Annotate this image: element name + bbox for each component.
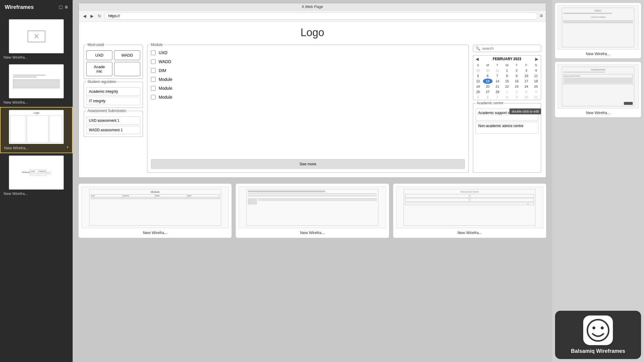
cal-cell[interactable]: 10 <box>522 94 531 100</box>
cal-cell[interactable]: 10 <box>522 73 531 79</box>
cal-cell[interactable]: 26 <box>473 89 483 94</box>
cal-cell[interactable]: 19 <box>473 84 483 89</box>
uxd-btn[interactable]: UXD <box>86 50 112 60</box>
cal-cell[interactable]: 3 <box>522 68 531 73</box>
checkbox-dim-input[interactable] <box>151 68 156 73</box>
cal-cell[interactable]: 11 <box>531 94 541 100</box>
url-input[interactable] <box>104 12 538 20</box>
cal-cell[interactable]: 31 <box>492 68 502 73</box>
empty-btn[interactable] <box>114 62 140 76</box>
module-panel-label: Module <box>150 43 164 47</box>
cal-cell[interactable]: 1 <box>502 89 512 94</box>
cal-cell[interactable]: 8 <box>502 94 512 100</box>
left-panel: Most-used UXD WADD Academic Student regu… <box>84 45 143 173</box>
wadd-btn[interactable]: WADD <box>114 50 140 60</box>
sidebar-icon-menu[interactable]: ≡ <box>65 4 68 10</box>
page-logo: Logo <box>84 26 541 39</box>
cal-cell[interactable]: 6 <box>483 73 493 79</box>
cal-cell[interactable]: 21 <box>492 84 502 89</box>
cal-week-6: 5 6 7 8 9 10 11 <box>473 94 541 100</box>
cal-cell[interactable]: 4 <box>531 68 541 73</box>
nav-back-button[interactable]: ◀ <box>82 13 87 19</box>
cal-cell[interactable]: 15 <box>502 79 512 84</box>
cal-cell[interactable]: 29 <box>473 68 483 73</box>
checkbox-module2[interactable]: Module <box>151 86 465 91</box>
cal-cell[interactable]: 11 <box>531 73 541 79</box>
bottom-wireframe-1[interactable]: Module UXD WADD MPE INS New Wirefr <box>79 184 232 238</box>
sidebar-icon-square[interactable]: □ <box>59 4 63 10</box>
nav-refresh-button[interactable]: ↻ <box>97 13 103 19</box>
cal-cell[interactable]: 5 <box>473 73 483 79</box>
cal-day-f: F <box>522 63 531 68</box>
right-wireframe-1[interactable]: slide1 Lecture Slides New Wirefra... <box>555 3 641 58</box>
search-input[interactable] <box>482 46 538 51</box>
cal-day-m: M <box>483 63 493 68</box>
cal-cell[interactable]: 27 <box>483 89 493 94</box>
cal-cell[interactable]: 6 <box>483 94 493 100</box>
cal-cell[interactable]: 16 <box>512 79 522 84</box>
cal-next-button[interactable]: ▶ <box>535 57 538 61</box>
cal-cell[interactable]: 18 <box>531 79 541 84</box>
cal-cell[interactable]: 3 <box>522 89 531 94</box>
cal-cell[interactable]: 5 <box>473 94 483 100</box>
checkbox-uxd[interactable]: UXD <box>151 50 465 55</box>
nav-menu-button[interactable]: ≡ <box>540 13 543 19</box>
bottom-label-1: New Wirefra... <box>143 230 167 235</box>
chevron-down-icon: ▾ <box>67 145 68 149</box>
student-regulation-label: Student regulation <box>86 80 117 84</box>
sidebar-item-4[interactable]: Module UXD WADD New Wirefra... <box>0 153 73 198</box>
sidebar-header: Wireframes □ ≡ <box>0 0 73 15</box>
see-more-button[interactable]: See more <box>151 159 465 169</box>
bottom-wireframe-3[interactable]: Discussion forum New Wirefra... <box>393 184 546 238</box>
cal-cell[interactable]: 17 <box>522 79 531 84</box>
checkbox-module1-input[interactable] <box>151 77 156 82</box>
cal-cell[interactable]: 9 <box>512 73 522 79</box>
cal-cell[interactable]: 2 <box>512 68 522 73</box>
cal-cell[interactable]: 22 <box>502 84 512 89</box>
cal-today[interactable]: 13 <box>483 79 493 84</box>
assessment-submission-panel: Assessment Submission UXD assessment 1 W… <box>84 111 143 137</box>
checkbox-wadd-input[interactable] <box>151 59 156 64</box>
browser-title: A Web Page <box>302 4 323 9</box>
sidebar-item-2[interactable]: New Wirefra... <box>0 62 73 107</box>
bottom-wireframe-2[interactable]: New Wirefra... <box>236 184 389 238</box>
sidebar-item-1[interactable]: ✕ New Wirefra... <box>0 17 73 62</box>
assessment-submission-label: Assessment Submission <box>86 109 127 113</box>
cal-cell[interactable]: 9 <box>512 94 522 100</box>
cal-prev-button[interactable]: ◀ <box>476 57 479 61</box>
cal-day-t1: T <box>492 63 502 68</box>
cal-cell[interactable]: 12 <box>473 79 483 84</box>
cal-cell[interactable]: 8 <box>502 73 512 79</box>
sidebar: Wireframes □ ≡ ✕ New Wirefra... <box>0 0 73 362</box>
cal-week-2: 5 6 7 8 9 10 11 <box>473 73 541 79</box>
sidebar-item-3[interactable]: Logo New Wirefra... ▾ <box>0 107 73 153</box>
checkbox-module1[interactable]: Module <box>151 77 465 82</box>
cal-cell[interactable]: 7 <box>492 94 502 100</box>
cal-day-s: S <box>473 63 483 68</box>
cal-cell[interactable]: 14 <box>492 79 502 84</box>
cal-cell[interactable]: 4 <box>531 89 541 94</box>
right-wireframe-2[interactable]: Assessment Assessment brief New Wirefra.… <box>555 62 641 117</box>
checkbox-dim[interactable]: DIM <box>151 68 465 73</box>
content-row: Most-used UXD WADD Academic Student regu… <box>84 45 541 173</box>
cal-cell[interactable]: 30 <box>483 68 493 73</box>
checkbox-module2-input[interactable] <box>151 86 156 91</box>
checkbox-uxd-input[interactable] <box>151 50 156 55</box>
cal-day-w: W <box>502 63 512 68</box>
sidebar-title: Wireframes <box>5 4 56 10</box>
checkbox-wadd[interactable]: WADD <box>151 59 465 64</box>
cal-cell[interactable]: 1 <box>502 68 512 73</box>
nav-forward-button[interactable]: ▶ <box>89 13 95 19</box>
right-panel: 🔍 ◀ FEBRUARY 2023 ▶ S <box>473 45 541 173</box>
cal-cell[interactable]: 25 <box>531 84 541 89</box>
cal-cell[interactable]: 24 <box>522 84 531 89</box>
academic-btn[interactable]: Academic <box>86 62 112 76</box>
cal-cell[interactable]: 2 <box>512 89 522 94</box>
cal-cell[interactable]: 28 <box>492 89 502 94</box>
checkbox-module3[interactable]: Module <box>151 95 465 100</box>
bottom-label-2: New Wirefra... <box>300 230 324 235</box>
checkbox-module3-input[interactable] <box>151 95 156 100</box>
cal-cell[interactable]: 20 <box>483 84 493 89</box>
cal-cell[interactable]: 7 <box>492 73 502 79</box>
cal-cell[interactable]: 23 <box>512 84 522 89</box>
